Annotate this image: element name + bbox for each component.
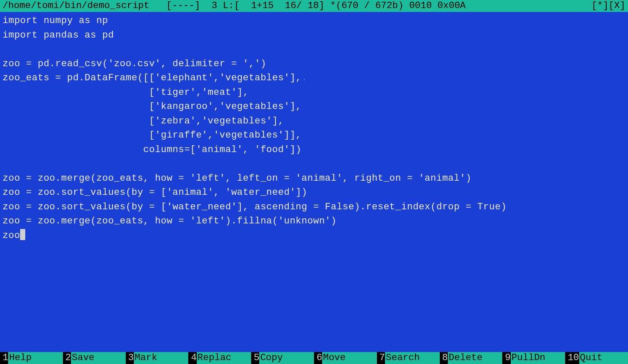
- code-line[interactable]: ['zebra','vegetables'],: [3, 114, 625, 129]
- code-line[interactable]: zoo_eats = pd.DataFrame([['elephant','ve…: [3, 71, 625, 85]
- code-line[interactable]: import pandas as pd: [3, 28, 625, 43]
- function-key-bar: 1Help2Save3Mark4Replac5Copy6Move7Search8…: [0, 352, 628, 364]
- fkey-mark[interactable]: 3Mark: [126, 352, 189, 364]
- fkey-number: 4: [188, 352, 196, 364]
- fkey-label: Replac: [197, 352, 252, 364]
- line-end-marker: .: [302, 73, 308, 83]
- code-line[interactable]: zoo = zoo.merge(zoo_eats, how = 'left', …: [3, 171, 625, 186]
- fkey-label: PullDn: [511, 352, 566, 364]
- code-line[interactable]: [3, 42, 625, 57]
- code-line[interactable]: ['giraffe','vegetables']],: [3, 128, 625, 143]
- fkey-number: 5: [251, 352, 259, 364]
- fkey-label: Quit: [579, 352, 628, 364]
- code-line[interactable]: zoo = zoo.sort_values(by = ['animal', 'w…: [3, 185, 625, 200]
- fkey-pulldn[interactable]: 9PullDn: [502, 352, 565, 364]
- fkey-quit[interactable]: 10Quit: [565, 352, 628, 364]
- text-cursor: [20, 229, 25, 240]
- fkey-label: Copy: [259, 352, 314, 364]
- titlebar-path-status: /home/tomi/bin/demo_script [----] 3 L:[ …: [3, 0, 466, 12]
- fkey-label: Help: [8, 352, 63, 364]
- titlebar-controls[interactable]: [*][X]: [592, 0, 625, 12]
- code-line[interactable]: zoo = pd.read_csv('zoo.csv', delimiter =…: [3, 57, 625, 71]
- fkey-label: Delete: [448, 352, 503, 364]
- fkey-number: 6: [314, 352, 322, 364]
- code-line[interactable]: zoo = zoo.sort_values(by = ['water_need'…: [3, 200, 625, 214]
- fkey-number: 3: [126, 352, 134, 364]
- fkey-label: Mark: [134, 352, 189, 364]
- fkey-save[interactable]: 2Save: [63, 352, 126, 364]
- fkey-label: Move: [322, 352, 377, 364]
- fkey-number: 8: [440, 352, 448, 364]
- fkey-number: 1: [0, 352, 8, 364]
- fkey-move[interactable]: 6Move: [314, 352, 377, 364]
- code-line[interactable]: ['tiger','meat'],: [3, 85, 625, 100]
- fkey-label: Search: [385, 352, 440, 364]
- fkey-number: 9: [502, 352, 510, 364]
- code-line[interactable]: import numpy as np: [3, 14, 625, 28]
- fkey-delete[interactable]: 8Delete: [440, 352, 503, 364]
- code-line[interactable]: ['kangaroo','vegetables'],: [3, 100, 625, 114]
- fkey-number: 7: [377, 352, 385, 364]
- fkey-label: Save: [71, 352, 126, 364]
- fkey-number: 2: [63, 352, 71, 364]
- fkey-search[interactable]: 7Search: [377, 352, 440, 364]
- code-line[interactable]: zoo: [3, 229, 625, 243]
- fkey-number: 10: [565, 352, 579, 364]
- editor-area[interactable]: import numpy as npimport pandas as pd zo…: [0, 12, 628, 352]
- code-line[interactable]: [3, 157, 625, 171]
- fkey-help[interactable]: 1Help: [0, 352, 63, 364]
- code-line[interactable]: zoo = zoo.merge(zoo_eats, how = 'left').…: [3, 214, 625, 229]
- fkey-replac[interactable]: 4Replac: [188, 352, 251, 364]
- code-line[interactable]: columns=['animal', 'food']): [3, 143, 625, 157]
- titlebar: /home/tomi/bin/demo_script [----] 3 L:[ …: [0, 0, 628, 12]
- fkey-copy[interactable]: 5Copy: [251, 352, 314, 364]
